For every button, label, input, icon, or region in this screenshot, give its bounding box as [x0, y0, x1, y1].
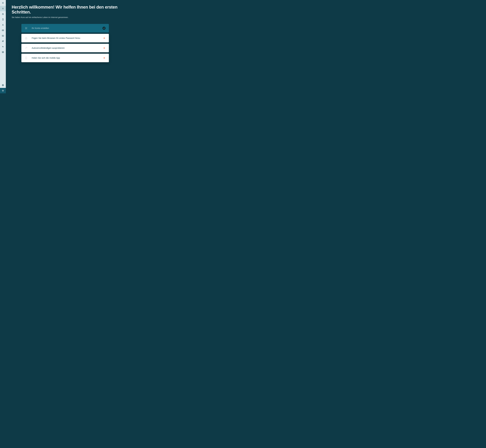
page-title: Herzlich willkommen! Wir helfen Ihnen be…: [12, 5, 119, 15]
credit-card-icon: [2, 29, 4, 32]
svg-point-13: [3, 24, 3, 25]
sidebar-item-sharing[interactable]: [0, 39, 6, 44]
logo-icon: [25, 27, 29, 30]
arrow-right-icon: [103, 37, 105, 39]
svg-point-22: [3, 85, 3, 86]
sidebar-item-secure-notes[interactable]: [0, 17, 6, 22]
sidebar-bottom-group: [0, 82, 6, 93]
step-label: Ihr Konto erstellen: [29, 27, 103, 30]
svg-rect-14: [2, 30, 4, 31]
svg-line-32: [25, 47, 27, 49]
svg-rect-12: [2, 14, 4, 15]
svg-rect-16: [2, 35, 4, 36]
svg-point-35: [27, 48, 27, 48]
step-add-password[interactable]: Fügen Sie beim Browsen Ihr erstes Passwo…: [21, 34, 109, 42]
page-subtitle: Sie haben Kurs auf ein einfacheres Leben…: [12, 16, 119, 18]
check-icon: [103, 27, 105, 29]
main-content: Herzlich willkommen! Wir helfen Ihnen be…: [6, 0, 124, 93]
svg-rect-26: [26, 28, 27, 29]
step-arrow: [103, 56, 105, 59]
document-icon: [2, 18, 4, 21]
sidebar-item-security[interactable]: [0, 44, 6, 49]
arrow-right-icon: [103, 57, 105, 59]
sidebar-item-favorites[interactable]: [0, 88, 6, 93]
onboarding-steps: Ihr Konto erstellen Fügen Sie beim Brows…: [21, 24, 109, 62]
svg-rect-24: [25, 28, 26, 29]
step-try-autofill[interactable]: Autovervollständigen ausprobieren: [21, 44, 109, 52]
step-status-complete: [103, 27, 105, 30]
lock-icon: [25, 37, 29, 40]
smartphone-icon: [25, 56, 29, 59]
svg-rect-27: [26, 28, 26, 29]
person-icon: [2, 24, 4, 26]
sidebar-item-passwords[interactable]: [0, 11, 6, 17]
svg-rect-25: [26, 27, 27, 28]
lightbulb-icon: [2, 8, 4, 10]
star-icon: [2, 89, 4, 92]
sidebar-item-ids[interactable]: [0, 33, 6, 39]
svg-point-34: [26, 47, 27, 47]
svg-point-20: [3, 40, 3, 41]
step-arrow: [103, 37, 105, 40]
step-create-account[interactable]: Ihr Konto erstellen: [21, 24, 109, 32]
cube-icon: [2, 51, 4, 53]
hamburger-icon: [2, 2, 4, 4]
magic-wand-icon: [25, 47, 29, 49]
sidebar-item-payments[interactable]: [0, 28, 6, 33]
sidebar-item-getting-started[interactable]: [0, 6, 6, 11]
sidebar: [0, 0, 6, 93]
arrow-right-icon: [103, 47, 105, 49]
step-arrow: [103, 47, 105, 50]
svg-point-19: [2, 41, 3, 41]
gear-icon: [2, 84, 4, 86]
people-icon: [2, 40, 4, 42]
step-get-mobile-app[interactable]: Holen Sie sich die mobile App: [21, 54, 109, 62]
menu-toggle-button[interactable]: [0, 0, 6, 6]
sidebar-top-group: [0, 0, 6, 82]
sidebar-item-personal-info[interactable]: [0, 22, 6, 28]
sidebar-item-settings[interactable]: [0, 82, 6, 88]
svg-point-3: [2, 8, 3, 9]
svg-rect-23: [25, 27, 26, 28]
pulse-icon: [2, 46, 4, 48]
lock-icon: [2, 13, 4, 15]
sidebar-item-vpn[interactable]: [0, 49, 6, 55]
step-label: Holen Sie sich die mobile App: [29, 57, 103, 59]
step-label: Autovervollständigen ausprobieren: [29, 47, 103, 49]
id-card-icon: [2, 35, 4, 37]
step-label: Fügen Sie beim Browsen Ihr erstes Passwo…: [29, 37, 103, 39]
